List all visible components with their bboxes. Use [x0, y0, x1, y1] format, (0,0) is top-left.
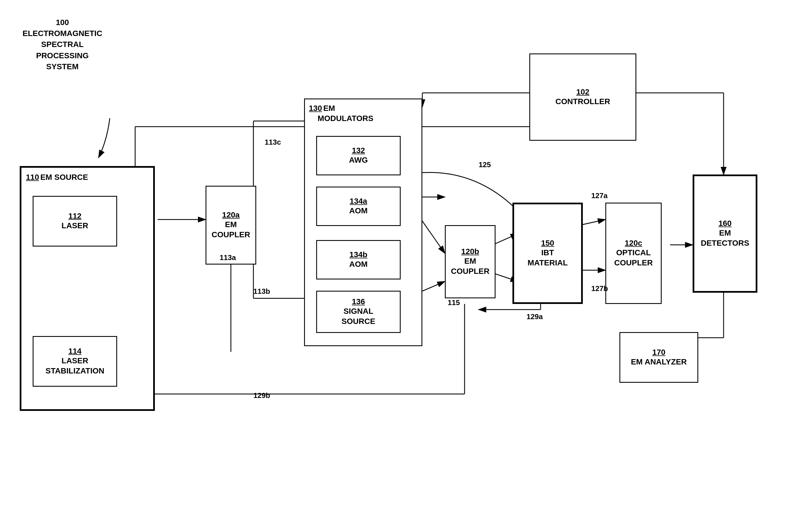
em-coupler-b-block: 120b EMCOUPLER [445, 225, 495, 298]
awg-block: 132 AWG [316, 136, 401, 175]
em-modulators-block: 130 EM MODULATORS 132 AWG 134a AOM 134b … [304, 99, 422, 346]
diagram: 100 ELECTROMAGNETICSPECTRALPROCESSINGSYS… [0, 0, 812, 526]
optical-coupler-block: 120c OPTICALCOUPLER [605, 203, 662, 304]
system-title: 100 ELECTROMAGNETICSPECTRALPROCESSINGSYS… [23, 17, 102, 72]
label-113c: 113c [265, 138, 281, 147]
ibt-material-block: 150 IBTMATERIAL [512, 203, 583, 304]
laser-stabilization-block: 114 LASERSTABILIZATION [33, 336, 117, 387]
signal-source-block: 136 SIGNALSOURCE [316, 291, 401, 333]
label-129a: 129a [526, 312, 543, 321]
label-129b: 129b [253, 391, 270, 400]
laser-block: 112 LASER [33, 196, 117, 247]
em-coupler-a-block: 120a EMCOUPLER [205, 186, 256, 265]
label-127b: 127b [591, 284, 608, 293]
svg-line-13 [580, 220, 605, 225]
controller-block: 102 CONTROLLER [529, 54, 636, 141]
label-127a: 127a [591, 191, 608, 200]
label-125: 125 [479, 160, 491, 169]
em-detectors-block: 160 EMDETECTORS [693, 175, 757, 293]
label-113b: 113b [253, 287, 270, 296]
label-115: 115 [448, 298, 460, 307]
label-113a: 113a [220, 253, 236, 262]
aom-134a-block: 134a AOM [316, 187, 401, 226]
em-source-block: 110 EM SOURCE 112 LASER 114 LASERSTABILI… [20, 166, 155, 411]
em-analyzer-block: 170 EM ANALYZER [620, 332, 698, 383]
aom-134b-block: 134b AOM [316, 240, 401, 279]
